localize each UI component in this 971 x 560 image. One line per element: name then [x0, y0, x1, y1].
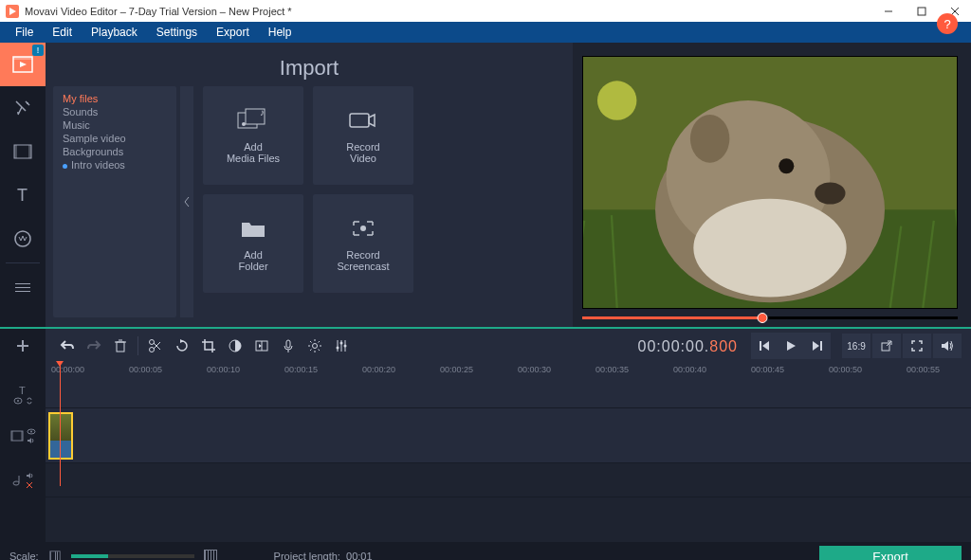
- color-adjust-button[interactable]: [223, 334, 247, 358]
- menu-edit[interactable]: Edit: [43, 23, 82, 42]
- timecode-ms: 800: [709, 338, 738, 354]
- transition-wizard-button[interactable]: [249, 334, 274, 358]
- speaker-icon[interactable]: [27, 437, 36, 444]
- sidebar-more[interactable]: [0, 265, 46, 309]
- svg-marker-73: [27, 438, 31, 443]
- timecode-display: 00:00:00.800: [638, 337, 738, 355]
- track-header-audio[interactable]: [0, 463, 46, 497]
- svg-marker-7: [20, 62, 27, 67]
- equalizer-button[interactable]: [329, 334, 354, 358]
- video-track[interactable]: [46, 408, 971, 463]
- category-backgrounds[interactable]: Backgrounds: [63, 145, 167, 158]
- popout-preview-button[interactable]: [872, 334, 901, 358]
- ruler-tick: 00:00:35: [595, 365, 629, 374]
- svg-point-72: [30, 430, 32, 432]
- tile-add-folder[interactable]: Add Folder: [203, 194, 303, 293]
- audio-track[interactable]: [46, 463, 971, 497]
- timeline: T 00:00:0000:00:0500:00:1000:00:: [0, 363, 971, 542]
- scale-slider[interactable]: [71, 554, 194, 558]
- sidebar-stickers[interactable]: [0, 217, 46, 261]
- titles-track[interactable]: [46, 380, 971, 408]
- maximize-button[interactable]: [905, 0, 938, 22]
- svg-text:T: T: [19, 385, 26, 395]
- eye-icon[interactable]: [13, 397, 23, 405]
- clip-properties-button[interactable]: [302, 334, 327, 358]
- svg-point-34: [693, 199, 846, 298]
- speaker-icon[interactable]: [26, 472, 35, 479]
- menu-help[interactable]: Help: [259, 23, 302, 42]
- svg-marker-61: [813, 341, 819, 351]
- menu-playback[interactable]: Playback: [82, 23, 147, 42]
- svg-point-8: [27, 102, 28, 104]
- tile-record-video[interactable]: Record Video: [313, 86, 413, 185]
- preview-panel: ?: [573, 43, 971, 327]
- record-audio-button[interactable]: [276, 334, 301, 358]
- add-track-button[interactable]: [0, 329, 46, 363]
- menu-export[interactable]: Export: [207, 23, 259, 42]
- time-ruler[interactable]: 00:00:0000:00:0500:00:1000:00:1500:00:20…: [46, 363, 971, 380]
- svg-marker-60: [787, 341, 796, 351]
- tile-label: Record Screencast: [337, 249, 389, 272]
- category-intro-videos[interactable]: Intro videos: [63, 158, 167, 172]
- prev-frame-button[interactable]: [751, 333, 778, 359]
- svg-line-43: [154, 343, 160, 350]
- delete-button[interactable]: [108, 334, 133, 358]
- svg-point-31: [690, 115, 729, 163]
- folder-icon: [239, 215, 267, 244]
- zoom-in-icon[interactable]: [204, 550, 217, 560]
- toolbar-row: 00:00:00.800 16:9: [0, 327, 971, 363]
- category-label: Intro videos: [71, 159, 125, 171]
- progress-knob[interactable]: [758, 313, 768, 323]
- sidebar-titles[interactable]: T: [0, 173, 46, 217]
- export-button[interactable]: Export: [819, 546, 962, 560]
- track-header-video[interactable]: [0, 408, 46, 463]
- svg-rect-2: [918, 8, 925, 15]
- play-button[interactable]: [778, 333, 804, 359]
- tile-add-media-files[interactable]: ♪ Add Media Files: [203, 86, 303, 185]
- category-my-files[interactable]: My files: [63, 92, 167, 105]
- sidebar-filters[interactable]: [0, 86, 46, 130]
- sidebar-import[interactable]: !: [0, 43, 46, 86]
- sidebar-transitions[interactable]: [0, 130, 46, 173]
- tile-record-screencast[interactable]: Record Screencast: [313, 194, 413, 293]
- category-sounds[interactable]: Sounds: [63, 105, 167, 118]
- mute-icon[interactable]: [26, 481, 35, 489]
- link-icon[interactable]: [26, 397, 33, 405]
- progress-track[interactable]: [582, 316, 958, 319]
- help-button[interactable]: ?: [937, 13, 958, 34]
- undo-button[interactable]: [55, 334, 80, 358]
- svg-point-35: [597, 81, 636, 119]
- eye-icon[interactable]: [27, 428, 36, 435]
- redo-button[interactable]: [82, 334, 106, 358]
- svg-marker-0: [9, 8, 16, 15]
- preview-image: [582, 56, 958, 309]
- tracks-body[interactable]: 00:00:0000:00:0500:00:1000:00:1500:00:20…: [46, 363, 971, 542]
- ruler-tick: 00:00:40: [673, 365, 706, 374]
- minimize-button[interactable]: [871, 0, 905, 22]
- notification-badge-icon: !: [32, 45, 44, 56]
- track-header-titles[interactable]: T: [0, 380, 46, 408]
- category-sample-video[interactable]: Sample video: [63, 132, 167, 145]
- zoom-out-icon[interactable]: [49, 551, 60, 560]
- fullscreen-button[interactable]: [903, 334, 931, 358]
- ruler-tick: 00:00:10: [207, 365, 240, 374]
- svg-point-14: [15, 231, 30, 246]
- import-panel: Import My files Sounds Music Sample vide…: [46, 43, 573, 327]
- split-button[interactable]: [143, 334, 168, 358]
- playhead[interactable]: [60, 363, 61, 486]
- next-frame-button[interactable]: [804, 333, 831, 359]
- volume-button[interactable]: [933, 334, 962, 358]
- preview-progress[interactable]: [582, 309, 958, 319]
- category-music[interactable]: Music: [63, 118, 167, 132]
- collapse-categories[interactable]: [180, 86, 193, 317]
- menu-settings[interactable]: Settings: [147, 23, 207, 42]
- ruler-tick: 00:00:45: [751, 365, 784, 374]
- crop-button[interactable]: [196, 334, 221, 358]
- rotate-button[interactable]: [170, 334, 194, 358]
- tile-label: Record Video: [346, 141, 379, 164]
- status-bar: Scale: Project length: 00:01 Export: [0, 542, 971, 560]
- video-clip[interactable]: [48, 412, 73, 460]
- ruler-tick: 00:00:55: [907, 365, 940, 374]
- menu-file[interactable]: File: [6, 23, 43, 42]
- aspect-ratio-button[interactable]: 16:9: [842, 334, 870, 358]
